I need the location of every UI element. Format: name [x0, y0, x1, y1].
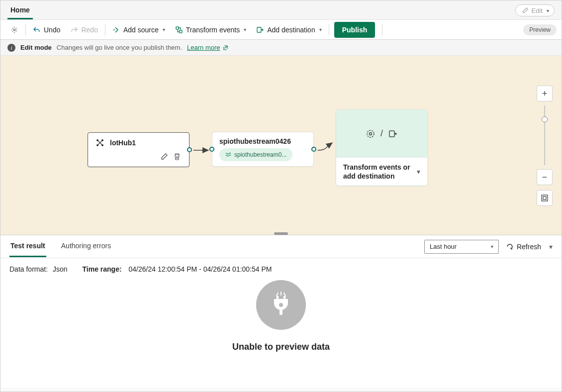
pencil-icon [522, 7, 529, 14]
refresh-label: Refresh [517, 243, 541, 251]
data-format-label: Data format: [9, 265, 48, 273]
delete-node-button[interactable] [173, 153, 181, 161]
separator [329, 24, 329, 36]
add-source-icon [112, 26, 120, 34]
separator [382, 24, 382, 36]
fit-view-button[interactable] [537, 190, 553, 206]
node-title: spiothubestream0426 [212, 132, 313, 148]
input-port[interactable] [209, 147, 214, 152]
infobar: i Edit mode Changes will go live once yo… [0, 40, 562, 56]
zoom-thumb[interactable] [542, 116, 548, 122]
svg-point-10 [369, 132, 372, 135]
svg-rect-17 [280, 310, 282, 315]
destination-label: Transform events or add destination [343, 163, 416, 181]
time-range-display: 04/26/24 12:00:54 PM - 04/26/24 01:00:54… [129, 265, 272, 273]
svg-rect-12 [542, 195, 548, 201]
svg-rect-11 [389, 131, 394, 137]
info-icon: i [7, 44, 15, 52]
chevron-down-icon[interactable]: ▾ [549, 243, 553, 251]
chevron-down-icon[interactable]: ▾ [417, 168, 420, 176]
time-range-value: Last hour [430, 243, 457, 250]
refresh-button[interactable]: Refresh [506, 243, 541, 251]
edit-dropdown: Edit ▾ [515, 4, 555, 16]
separator [25, 24, 26, 36]
result-meta: Data format: Json Time range: 04/26/24 1… [0, 258, 562, 280]
svg-rect-15 [283, 296, 285, 300]
empty-message: Unable to preview data [232, 342, 330, 352]
chevron-down-icon: ▾ [547, 8, 549, 13]
time-range-label: Time range: [83, 265, 122, 273]
preview-button[interactable]: Preview [523, 24, 557, 35]
chevron-down-icon: ▾ [491, 244, 493, 249]
svg-point-9 [367, 130, 374, 137]
svg-rect-13 [543, 196, 546, 199]
external-link-icon [222, 45, 228, 51]
learn-more-label: Learn more [187, 44, 220, 51]
transform-icon [175, 26, 183, 34]
stream-chip-label: spiothubestream0... [234, 151, 286, 158]
edit-node-button[interactable] [160, 153, 168, 161]
transform-label: Transform events [186, 26, 240, 34]
flow-canvas[interactable]: lotHub1 spiothubestream0426 spiothubestr… [0, 56, 562, 235]
zoom-out-button[interactable]: − [537, 169, 553, 185]
output-port[interactable] [311, 147, 316, 152]
svg-rect-2 [180, 30, 182, 33]
zoom-slider[interactable] [544, 105, 545, 165]
transform-icon [366, 129, 375, 139]
stream-icon [225, 152, 231, 158]
time-range-select[interactable]: Last hour ▾ [424, 240, 499, 254]
stream-node[interactable]: spiothubestream0426 spiothubestream0... [212, 132, 314, 167]
menubar: Home Edit ▾ [0, 0, 562, 20]
slash-separator: / [380, 128, 383, 139]
settings-button[interactable] [5, 20, 23, 39]
tab-test-result[interactable]: Test result [9, 236, 46, 257]
refresh-icon [506, 243, 514, 251]
redo-icon [70, 26, 78, 34]
add-destination-label: Add destination [267, 26, 315, 34]
output-port[interactable] [187, 147, 192, 152]
add-source-label: Add source [123, 26, 159, 34]
gear-icon [10, 26, 18, 34]
undo-button[interactable]: Undo [28, 20, 65, 39]
publish-button[interactable]: Publish [334, 22, 375, 38]
edit-mode-label: Edit mode [20, 44, 52, 51]
stream-chip: spiothubestream0... [219, 148, 292, 161]
undo-icon [33, 26, 41, 34]
svg-rect-14 [277, 296, 279, 300]
separator [105, 24, 105, 36]
add-source-button[interactable]: Add source ▾ [107, 20, 170, 39]
toolbar: Undo Redo Add source ▾ Transform [0, 20, 562, 40]
plug-icon [256, 280, 306, 330]
edit-label: Edit [532, 7, 543, 14]
data-format-value: Json [53, 265, 68, 273]
svg-rect-3 [257, 27, 261, 32]
panel-resize-handle[interactable] [274, 232, 288, 235]
zoom-in-button[interactable]: + [537, 86, 553, 101]
undo-label: Undo [44, 26, 60, 34]
edit-mode-message: Changes will go live once you publish th… [57, 44, 182, 51]
chevron-down-icon: ▾ [244, 27, 246, 32]
empty-state: Unable to preview data [0, 280, 562, 388]
svg-rect-1 [176, 27, 179, 29]
redo-button: Redo [65, 20, 102, 39]
svg-point-16 [279, 303, 283, 307]
tab-authoring-errors[interactable]: Authoring errors [60, 236, 112, 257]
learn-more-link[interactable]: Learn more [187, 44, 228, 51]
tab-home[interactable]: Home [7, 1, 33, 19]
destination-placeholder-node[interactable]: / Transform events or add destination ▾ [336, 109, 428, 186]
zoom-controls: + − [537, 86, 553, 206]
add-destination-button[interactable]: Add destination ▾ [251, 20, 327, 39]
add-destination-icon [256, 26, 264, 34]
transform-events-button[interactable]: Transform events ▾ [170, 20, 251, 39]
svg-point-0 [13, 29, 15, 31]
source-node-iothub[interactable]: lotHub1 [88, 132, 189, 167]
node-title: lotHub1 [110, 139, 136, 147]
bottom-panel: Test result Authoring errors Last hour ▾… [0, 235, 562, 388]
chevron-down-icon: ▾ [319, 27, 322, 32]
redo-label: Redo [81, 26, 97, 34]
iot-icon [95, 138, 105, 148]
chevron-down-icon: ▾ [163, 27, 165, 32]
export-icon [388, 129, 398, 139]
